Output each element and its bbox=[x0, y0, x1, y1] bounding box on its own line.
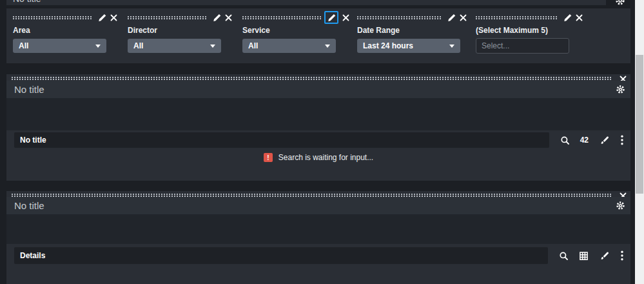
query-bar[interactable]: No title bbox=[14, 132, 549, 148]
panel-content-placeholder bbox=[6, 98, 630, 130]
search-status: ! Search is waiting for input... bbox=[6, 153, 630, 162]
chevron-down-icon bbox=[95, 45, 101, 48]
gear-icon[interactable] bbox=[616, 201, 625, 210]
close-icon[interactable] bbox=[342, 14, 349, 21]
filter-block-select-max: (Select Maximum 5) bbox=[476, 14, 583, 59]
query-bar[interactable]: Details bbox=[14, 247, 548, 264]
edit-pencil-icon-focused[interactable] bbox=[324, 11, 338, 24]
scrollbar-track[interactable] bbox=[635, 0, 644, 284]
close-icon[interactable] bbox=[576, 14, 583, 21]
query-bar-title: No title bbox=[20, 136, 46, 145]
filter-block-director: Director All bbox=[128, 14, 232, 59]
panel-title-bar: No title bbox=[6, 197, 630, 214]
service-dropdown[interactable]: All bbox=[242, 39, 336, 53]
edit-pencil-icon[interactable] bbox=[97, 13, 106, 22]
dashboard-panel-1: No title No title 42 ! Search is waiting… bbox=[6, 74, 630, 181]
top-panel-title: No title bbox=[13, 0, 41, 4]
filter-label: Area bbox=[13, 26, 117, 35]
result-count[interactable]: 42 bbox=[580, 136, 589, 145]
panel-drag-handle[interactable] bbox=[12, 77, 612, 80]
edit-brush-icon[interactable] bbox=[600, 251, 609, 260]
drag-handle[interactable] bbox=[476, 16, 558, 19]
date-range-dropdown[interactable]: Last 24 hours bbox=[357, 39, 460, 53]
close-icon[interactable] bbox=[460, 14, 467, 21]
status-message: Search is waiting for input... bbox=[278, 153, 373, 162]
close-icon[interactable] bbox=[225, 14, 232, 21]
filter-label: Service bbox=[242, 26, 349, 35]
search-icon[interactable] bbox=[560, 136, 569, 145]
area-dropdown[interactable]: All bbox=[13, 39, 106, 53]
panel-title-bar: No title bbox=[6, 81, 630, 98]
chevron-down-icon bbox=[210, 45, 215, 48]
panel-content-placeholder bbox=[6, 214, 630, 244]
dashboard-panel-2: No title Details bbox=[6, 191, 630, 284]
dropdown-value: All bbox=[133, 41, 210, 50]
multiselect-input[interactable] bbox=[476, 38, 569, 54]
drag-handle[interactable] bbox=[357, 16, 442, 19]
dropdown-value: All bbox=[19, 41, 95, 50]
filter-label: (Select Maximum 5) bbox=[476, 26, 583, 35]
edit-brush-icon[interactable] bbox=[600, 136, 609, 145]
edit-pencil-icon[interactable] bbox=[447, 13, 456, 22]
filter-label: Date Range bbox=[357, 26, 467, 35]
director-dropdown[interactable]: All bbox=[128, 39, 221, 53]
panel-title: No title bbox=[14, 84, 44, 95]
chevron-down-icon bbox=[449, 45, 454, 48]
dropdown-value: Last 24 hours bbox=[363, 41, 449, 50]
kebab-menu-icon[interactable] bbox=[621, 135, 623, 145]
table-grid-icon[interactable] bbox=[579, 251, 589, 261]
gear-icon[interactable] bbox=[615, 0, 625, 6]
query-row: No title 42 bbox=[14, 132, 625, 148]
query-row: Details bbox=[14, 247, 625, 264]
drag-handle[interactable] bbox=[128, 16, 208, 19]
filters-panel: Area All Director All Service All bbox=[6, 8, 630, 63]
chevron-down-icon bbox=[325, 45, 330, 48]
kebab-menu-icon[interactable] bbox=[621, 250, 623, 261]
query-bar-title: Details bbox=[20, 251, 45, 260]
filter-label: Director bbox=[128, 26, 232, 35]
drag-handle[interactable] bbox=[13, 16, 93, 19]
close-icon[interactable] bbox=[110, 14, 117, 21]
dropdown-value: All bbox=[248, 41, 325, 50]
top-panel-cropped: No title bbox=[6, 0, 606, 5]
filter-block-service: Service All bbox=[242, 14, 349, 59]
search-icon[interactable] bbox=[559, 251, 568, 260]
gear-icon[interactable] bbox=[616, 85, 625, 94]
drag-handle[interactable] bbox=[242, 16, 321, 19]
scrollbar-thumb[interactable] bbox=[636, 55, 643, 194]
filter-block-area: Area All bbox=[13, 14, 117, 59]
filter-block-date-range: Date Range Last 24 hours bbox=[357, 14, 467, 59]
panel-title: No title bbox=[14, 200, 44, 211]
warning-icon: ! bbox=[264, 153, 273, 162]
edit-pencil-icon[interactable] bbox=[563, 13, 572, 22]
edit-pencil-icon[interactable] bbox=[212, 13, 221, 22]
